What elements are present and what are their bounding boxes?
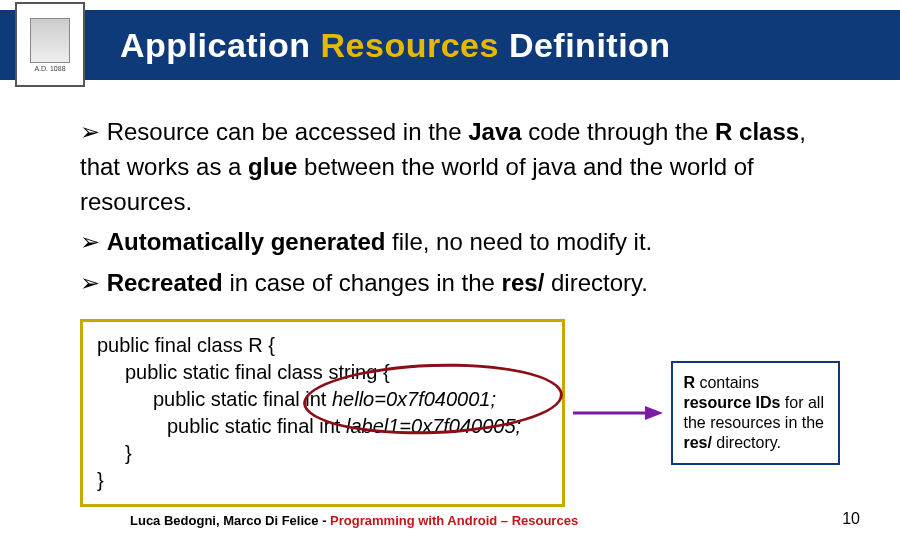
bullet-1: ➢ Resource can be accessed in the Java c… [80, 115, 840, 219]
code-line: } [97, 467, 546, 494]
code-line: public static final int label1=0x7f04000… [97, 413, 546, 440]
slide-body: ➢ Resource can be accessed in the Java c… [0, 90, 900, 507]
bullet-3: ➢ Recreated in case of changes in the re… [80, 266, 840, 301]
slide-footer: Luca Bedogni, Marco Di Felice - Programm… [0, 510, 900, 528]
bullet-2: ➢ Automatically generated file, no need … [80, 225, 840, 260]
note-box: R contains resource IDs for all the reso… [671, 361, 840, 465]
footer-text: Luca Bedogni, Marco Di Felice - Programm… [130, 513, 578, 528]
code-note-row: public final class R { public static fin… [80, 319, 840, 507]
title-part-3: Definition [499, 26, 671, 64]
code-line: } [97, 440, 546, 467]
university-logo: A.D. 1088 [15, 2, 85, 87]
code-line: public static final class string { [97, 359, 546, 386]
title-bar: Application Resources Definition [0, 10, 900, 80]
code-snippet-box: public final class R { public static fin… [80, 319, 565, 507]
footer-authors: Luca Bedogni, Marco Di Felice [130, 513, 319, 528]
page-number: 10 [842, 510, 860, 528]
code-line: public final class R { [97, 332, 546, 359]
slide-header: A.D. 1088 Application Resources Definiti… [0, 0, 900, 90]
arrow-icon [573, 403, 663, 423]
slide-title: Application Resources Definition [120, 26, 671, 65]
title-part-highlight: Resources [321, 26, 499, 64]
svg-marker-1 [645, 406, 663, 420]
code-line: public static final int hello=0x7f040001… [97, 386, 546, 413]
footer-course: Programming with Android – Resources [330, 513, 578, 528]
title-part-1: Application [120, 26, 321, 64]
